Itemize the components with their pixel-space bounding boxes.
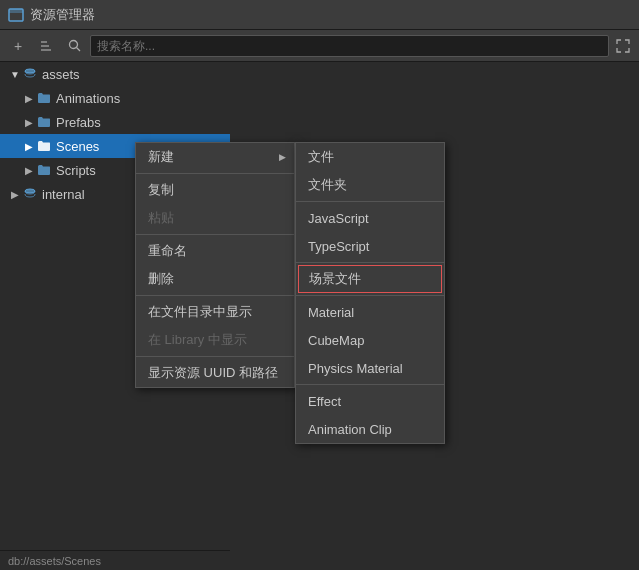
sub-item-folder[interactable]: 文件夹 — [296, 171, 444, 199]
title-bar: 资源管理器 — [0, 0, 639, 30]
sort-button[interactable] — [34, 34, 58, 58]
toolbar: + — [0, 30, 639, 62]
folder-icon-prefabs — [36, 114, 52, 130]
title-bar-icon — [8, 7, 24, 23]
search-input[interactable] — [90, 35, 609, 57]
ctx-label-paste: 粘贴 — [148, 209, 174, 227]
ctx-label-new: 新建 — [148, 148, 174, 166]
ctx-divider-2 — [136, 234, 294, 235]
sub-label-javascript: JavaScript — [308, 211, 369, 226]
sub-item-effect[interactable]: Effect — [296, 387, 444, 415]
tree-item-prefabs[interactable]: ▶ Prefabs — [0, 110, 230, 134]
status-bar: db://assets/Scenes — [0, 550, 230, 570]
sub-item-file[interactable]: 文件 — [296, 143, 444, 171]
tree-label-internal: internal — [42, 187, 85, 202]
tree-label-animations: Animations — [56, 91, 120, 106]
svg-line-6 — [76, 48, 80, 52]
title-text: 资源管理器 — [30, 6, 95, 24]
db-icon-internal — [22, 186, 38, 202]
tree-item-animations[interactable]: ▶ Animations — [0, 86, 230, 110]
sub-label-folder: 文件夹 — [308, 176, 347, 194]
arrow-scenes: ▶ — [22, 139, 36, 153]
submenu: 文件 文件夹 JavaScript TypeScript 场景文件 Materi… — [295, 142, 445, 444]
arrow-internal: ▶ — [8, 187, 22, 201]
main-content: ▼ assets ▶ Animations ▶ — [0, 62, 639, 570]
search-icon-button[interactable] — [62, 34, 86, 58]
sub-divider-1 — [296, 201, 444, 202]
status-text: db://assets/Scenes — [8, 555, 101, 567]
tree-label-scenes: Scenes — [56, 139, 99, 154]
sub-divider-3 — [296, 295, 444, 296]
sub-divider-2 — [296, 262, 444, 263]
sub-label-typescript: TypeScript — [308, 239, 369, 254]
ctx-item-rename[interactable]: 重命名 — [136, 237, 294, 265]
folder-icon-scripts — [36, 162, 52, 178]
ctx-label-show-in-dir: 在文件目录中显示 — [148, 303, 252, 321]
ctx-label-show-in-lib: 在 Library 中显示 — [148, 331, 247, 349]
sub-label-file: 文件 — [308, 148, 334, 166]
folder-icon-scenes — [36, 138, 52, 154]
sub-label-animation-clip: Animation Clip — [308, 422, 392, 437]
sub-item-javascript[interactable]: JavaScript — [296, 204, 444, 232]
tree-label-prefabs: Prefabs — [56, 115, 101, 130]
ctx-item-new[interactable]: 新建 — [136, 143, 294, 171]
sub-item-typescript[interactable]: TypeScript — [296, 232, 444, 260]
ctx-item-show-in-lib[interactable]: 在 Library 中显示 — [136, 326, 294, 354]
tree-item-assets[interactable]: ▼ assets — [0, 62, 230, 86]
folder-icon-animations — [36, 90, 52, 106]
sub-label-scene-file: 场景文件 — [309, 270, 361, 288]
sub-label-effect: Effect — [308, 394, 341, 409]
ctx-item-show-uuid[interactable]: 显示资源 UUID 和路径 — [136, 359, 294, 387]
ctx-item-show-in-dir[interactable]: 在文件目录中显示 — [136, 298, 294, 326]
arrow-prefabs: ▶ — [22, 115, 36, 129]
sub-item-animation-clip[interactable]: Animation Clip — [296, 415, 444, 443]
sub-label-physics-material: Physics Material — [308, 361, 403, 376]
ctx-divider-3 — [136, 295, 294, 296]
sub-label-cubemap: CubeMap — [308, 333, 364, 348]
ctx-item-paste[interactable]: 粘贴 — [136, 204, 294, 232]
ctx-label-delete: 删除 — [148, 270, 174, 288]
db-icon-assets — [22, 66, 38, 82]
ctx-divider-4 — [136, 356, 294, 357]
ctx-item-copy[interactable]: 复制 — [136, 176, 294, 204]
tree-label-assets: assets — [42, 67, 80, 82]
svg-point-5 — [69, 41, 77, 49]
sub-divider-4 — [296, 384, 444, 385]
ctx-label-rename: 重命名 — [148, 242, 187, 260]
ctx-label-show-uuid: 显示资源 UUID 和路径 — [148, 364, 278, 382]
sub-item-scene-file[interactable]: 场景文件 — [298, 265, 442, 293]
arrow-animations: ▶ — [22, 91, 36, 105]
expand-button[interactable] — [613, 36, 633, 56]
sub-item-physics-material[interactable]: Physics Material — [296, 354, 444, 382]
sub-label-material: Material — [308, 305, 354, 320]
tree-label-scripts: Scripts — [56, 163, 96, 178]
ctx-label-copy: 复制 — [148, 181, 174, 199]
sub-item-material[interactable]: Material — [296, 298, 444, 326]
arrow-scripts: ▶ — [22, 163, 36, 177]
ctx-item-delete[interactable]: 删除 — [136, 265, 294, 293]
sub-item-cubemap[interactable]: CubeMap — [296, 326, 444, 354]
arrow-assets: ▼ — [8, 67, 22, 81]
add-button[interactable]: + — [6, 34, 30, 58]
svg-rect-1 — [9, 9, 23, 13]
context-menu: 新建 复制 粘贴 重命名 删除 在文件目录中显示 在 Library 中显示 显… — [135, 142, 295, 388]
ctx-divider-1 — [136, 173, 294, 174]
